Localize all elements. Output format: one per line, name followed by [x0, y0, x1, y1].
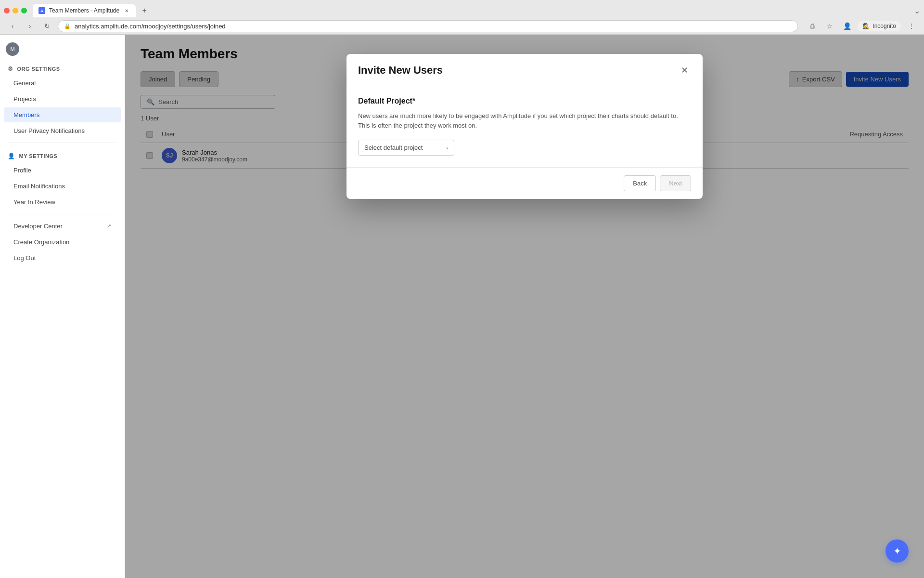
person-icon: 👤	[8, 153, 15, 159]
close-window-button[interactable]	[4, 8, 10, 13]
sidebar-item-profile[interactable]: Profile	[4, 163, 121, 178]
sidebar-top: M	[0, 35, 125, 60]
sidebar-item-log-out[interactable]: Log Out	[4, 250, 121, 265]
tab-title: Team Members - Amplitude	[49, 7, 119, 14]
sidebar-item-developer-center[interactable]: Developer Center ↗	[4, 219, 121, 234]
incognito-icon: 🕵	[862, 23, 870, 29]
sidebar-item-user-privacy[interactable]: User Privacy Notifications	[4, 123, 121, 138]
sidebar-item-label: Members	[13, 111, 39, 118]
modal-footer: Back Next	[346, 167, 703, 199]
sidebar-item-label: Profile	[13, 167, 31, 174]
chatbot-fab[interactable]: ✦	[886, 539, 909, 563]
lock-icon: 🔒	[64, 23, 71, 29]
modal-close-button[interactable]: ✕	[678, 64, 691, 77]
sidebar-item-email-notifications[interactable]: Email Notifications	[4, 179, 121, 194]
sidebar-item-label: Email Notifications	[13, 183, 65, 190]
modal-description: New users are much more likely to be eng…	[358, 111, 691, 130]
external-link-icon: ↗	[107, 223, 111, 229]
sidebar-item-year-in-review[interactable]: Year In Review	[4, 195, 121, 210]
modal-overlay: Invite New Users ✕ Default Project* New …	[125, 35, 924, 578]
active-tab[interactable]: A Team Members - Amplitude ✕	[33, 4, 136, 17]
main-content: Team Members Joined Pending ↑ Export CSV…	[125, 35, 924, 578]
fullscreen-window-button[interactable]	[21, 8, 27, 13]
traffic-lights	[4, 8, 27, 13]
tab-favicon: A	[38, 7, 45, 14]
sidebar-item-projects[interactable]: Projects	[4, 92, 121, 106]
invite-users-modal: Invite New Users ✕ Default Project* New …	[346, 54, 703, 199]
chatbot-icon: ✦	[893, 545, 901, 557]
cast-icon[interactable]: ⎙	[806, 19, 819, 33]
more-options-icon[interactable]: ⋮	[905, 19, 918, 33]
my-settings-header: 👤 MY SETTINGS	[0, 147, 125, 162]
tab-bar: A Team Members - Amplitude ✕ + ⌄	[0, 0, 924, 17]
sidebar-divider	[8, 143, 117, 143]
back-button[interactable]: ‹	[6, 19, 19, 33]
chevron-down-icon: ›	[446, 145, 448, 151]
url-text: analytics.amplitude.com/moodjoy/settings…	[75, 23, 226, 30]
dropdown-placeholder: Select default project	[364, 144, 423, 151]
sidebar-item-label: User Privacy Notifications	[13, 127, 85, 134]
address-bar: ‹ › ↻ 🔒 analytics.amplitude.com/moodjoy/…	[0, 17, 924, 35]
back-button[interactable]: Back	[624, 175, 656, 191]
modal-section-title: Default Project*	[358, 97, 691, 105]
bookmark-icon[interactable]: ☆	[823, 19, 836, 33]
sidebar-item-label: Year In Review	[13, 198, 55, 206]
avatar: M	[6, 42, 19, 56]
incognito-label: Incognito	[873, 23, 896, 29]
sidebar-divider-2	[8, 214, 117, 214]
new-tab-button[interactable]: +	[138, 4, 151, 17]
sidebar-item-label: General	[13, 79, 36, 87]
modal-body: Default Project* New users are much more…	[346, 85, 703, 167]
browser-actions: ⎙ ☆ 👤 🕵 Incognito ⋮	[806, 19, 918, 33]
org-settings-header: ⚙ ORG SETTINGS	[0, 60, 125, 75]
tab-close-button[interactable]: ✕	[123, 7, 130, 14]
sidebar-item-members[interactable]: Members	[4, 107, 121, 122]
url-bar[interactable]: 🔒 analytics.amplitude.com/moodjoy/settin…	[58, 20, 798, 32]
sidebar-item-label: Projects	[13, 95, 36, 103]
reload-button[interactable]: ↻	[40, 19, 54, 33]
incognito-button[interactable]: 🕵 Incognito	[858, 21, 901, 31]
tab-list-button[interactable]: ⌄	[914, 6, 920, 15]
modal-header: Invite New Users ✕	[346, 54, 703, 85]
sidebar: M ⚙ ORG SETTINGS General Projects Member…	[0, 35, 125, 578]
sidebar-item-general[interactable]: General	[4, 76, 121, 91]
sidebar-item-label: Log Out	[13, 254, 36, 262]
app-layout: M ⚙ ORG SETTINGS General Projects Member…	[0, 35, 924, 578]
sidebar-item-create-organization[interactable]: Create Organization	[4, 235, 121, 250]
default-project-dropdown[interactable]: Select default project ›	[358, 140, 454, 156]
sidebar-item-label: Developer Center	[13, 223, 63, 230]
forward-button[interactable]: ›	[23, 19, 37, 33]
profile-icon[interactable]: 👤	[840, 19, 854, 33]
next-button[interactable]: Next	[660, 175, 691, 191]
modal-title: Invite New Users	[358, 64, 443, 77]
sidebar-item-label: Create Organization	[13, 238, 69, 246]
browser-chrome: A Team Members - Amplitude ✕ + ⌄ ‹ › ↻ 🔒…	[0, 0, 924, 35]
minimize-window-button[interactable]	[13, 8, 18, 13]
gear-icon: ⚙	[8, 66, 13, 72]
